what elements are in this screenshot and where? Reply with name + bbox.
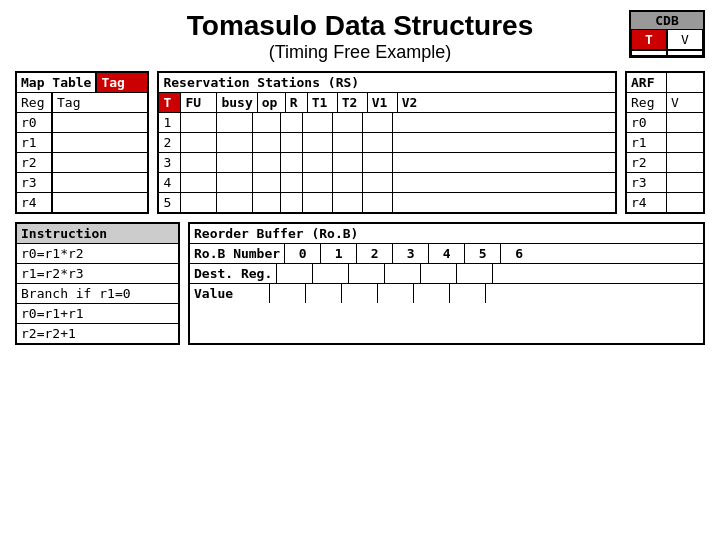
rob-header: Reorder Buffer (Ro.B): [190, 224, 703, 244]
rs-t1-2: [303, 133, 333, 152]
rob-dest-2: [349, 264, 385, 283]
rs-row-4: 4: [159, 173, 615, 193]
map-row-r4: r4: [17, 192, 147, 212]
cdb-box: CDB T V: [629, 10, 705, 58]
map-tag-r2: [53, 153, 103, 172]
map-tag-r3: [53, 173, 103, 192]
arf-row-r0: r0: [627, 112, 703, 132]
rob-dest-row: Dest. Reg.: [190, 264, 703, 284]
rob-value-row: Value: [190, 284, 703, 303]
map-table-tag-header: Tag: [97, 73, 147, 92]
rs-v1-3: [363, 153, 393, 172]
rob-val-3: [378, 284, 414, 303]
cdb-t-cell: T: [631, 29, 667, 50]
rob-dest-5: [457, 264, 493, 283]
rs-busy-1: [217, 113, 253, 132]
rs-table: Reservation Stations (RS) T FU busy op R…: [157, 71, 617, 214]
arf-reg-r0: r0: [627, 113, 667, 132]
rs-r-2: [281, 133, 303, 152]
arf-v-label: V: [667, 93, 695, 112]
map-reg-r4: r4: [17, 193, 53, 212]
rob-dest-1: [313, 264, 349, 283]
rs-t2-4: [333, 173, 363, 192]
map-reg-r1: r1: [17, 133, 53, 152]
rs-v1-4: [363, 173, 393, 192]
arf-v-r0: [667, 113, 695, 132]
map-tag-label: Tag: [53, 93, 103, 112]
rs-v2-2: [393, 133, 423, 152]
rs-v2-4: [393, 173, 423, 192]
rs-fu-4: [181, 173, 217, 192]
cdb-data-row: [631, 50, 703, 56]
rs-v2-5: [393, 193, 423, 212]
rob-val-2: [342, 284, 378, 303]
rob-val-5: [450, 284, 486, 303]
instr-row-3: r0=r1+r1: [17, 304, 178, 324]
rs-col-fu: FU: [181, 93, 217, 112]
rs-busy-5: [217, 193, 253, 212]
rs-t2-5: [333, 193, 363, 212]
rs-fu-5: [181, 193, 217, 212]
cdb-header: CDB: [631, 12, 703, 29]
arf-row-r4: r4: [627, 192, 703, 212]
map-tag-r1: [53, 133, 103, 152]
arf-header: ARF: [627, 73, 703, 92]
arf-row-r3: r3: [627, 172, 703, 192]
rob-num-3: 3: [393, 244, 429, 263]
upper-section: Map Table Tag Reg Tag r0 r1 r2 r3: [15, 71, 705, 214]
arf-title: ARF: [627, 73, 667, 92]
rs-fu-2: [181, 133, 217, 152]
arf-col-labels: Reg V: [627, 92, 703, 112]
instr-row-2: Branch if r1=0: [17, 284, 178, 304]
rob-dest-0: [277, 264, 313, 283]
map-reg-r3: r3: [17, 173, 53, 192]
rs-col-t: T: [159, 93, 181, 112]
rob-number-row: Ro.B Number 0 1 2 3 4 5 6: [190, 244, 703, 264]
rs-col-t2: T2: [338, 93, 368, 112]
rs-op-2: [253, 133, 281, 152]
map-reg-r0: r0: [17, 113, 53, 132]
title-area: Tomasulo Data Structures (Timing Free Ex…: [15, 10, 705, 63]
map-col-labels: Reg Tag: [17, 92, 147, 112]
rs-t1-4: [303, 173, 333, 192]
cdb-v-data: [667, 50, 703, 56]
instruction-header: Instruction: [17, 224, 178, 244]
rob-val-1: [306, 284, 342, 303]
rob-number-label: Ro.B Number: [190, 244, 285, 263]
arf-row-r1: r1: [627, 132, 703, 152]
arf-reg-r2: r2: [627, 153, 667, 172]
rs-op-4: [253, 173, 281, 192]
arf-v-r4: [667, 193, 695, 212]
rob-num-4: 4: [429, 244, 465, 263]
cdb-t-data: [631, 50, 667, 56]
rob-table: Reorder Buffer (Ro.B) Ro.B Number 0 1 2 …: [188, 222, 705, 345]
arf-table: ARF Reg V r0 r1 r2 r3: [625, 71, 705, 214]
rs-fu-3: [181, 153, 217, 172]
rs-busy-3: [217, 153, 253, 172]
arf-reg-r1: r1: [627, 133, 667, 152]
rs-v2-3: [393, 153, 423, 172]
arf-reg-r4: r4: [627, 193, 667, 212]
instruction-table: Instruction r0=r1*r2 r1=r2*r3 Branch if …: [15, 222, 180, 345]
arf-v-r1: [667, 133, 695, 152]
rob-num-1: 1: [321, 244, 357, 263]
rs-busy-2: [217, 133, 253, 152]
rs-t1-5: [303, 193, 333, 212]
rs-fu-1: [181, 113, 217, 132]
title-block: Tomasulo Data Structures (Timing Free Ex…: [187, 10, 533, 63]
rs-t-4: 4: [159, 173, 181, 192]
instr-row-4: r2=r2+1: [17, 324, 178, 343]
rs-r-1: [281, 113, 303, 132]
rob-num-0: 0: [285, 244, 321, 263]
rob-num-5: 5: [465, 244, 501, 263]
rs-v1-1: [363, 113, 393, 132]
map-reg-label: Reg: [17, 93, 53, 112]
rs-op-3: [253, 153, 281, 172]
rob-val-4: [414, 284, 450, 303]
map-table: Map Table Tag Reg Tag r0 r1 r2 r3: [15, 71, 149, 214]
rs-t-2: 2: [159, 133, 181, 152]
rs-t2-1: [333, 113, 363, 132]
arf-row-r2: r2: [627, 152, 703, 172]
rs-op-1: [253, 113, 281, 132]
rs-t-5: 5: [159, 193, 181, 212]
